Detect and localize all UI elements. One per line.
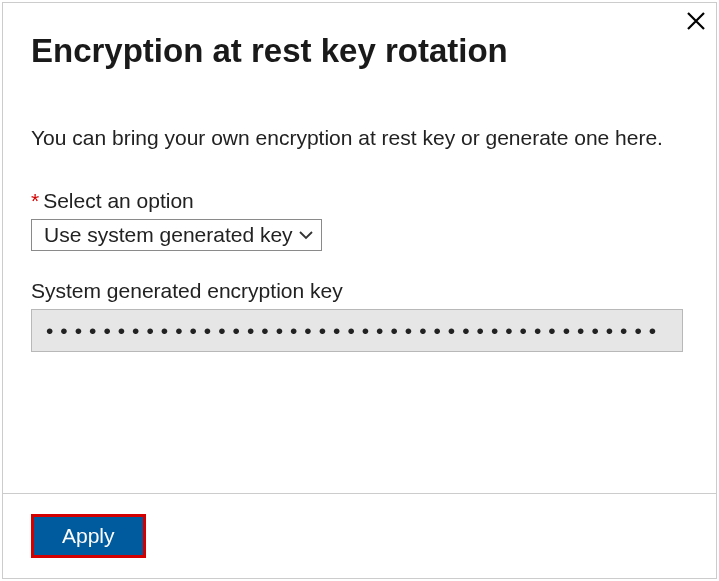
key-display: ••••••••••••••••••••••••••••••••••••••••… bbox=[31, 309, 683, 352]
close-icon[interactable] bbox=[686, 9, 706, 35]
panel-content: Encryption at rest key rotation You can … bbox=[3, 3, 716, 493]
key-rotation-panel: Encryption at rest key rotation You can … bbox=[2, 2, 717, 579]
panel-description: You can bring your own encryption at res… bbox=[31, 123, 688, 153]
required-marker: * bbox=[31, 189, 39, 212]
option-field: *Select an option Use system generated k… bbox=[31, 189, 688, 251]
key-field: System generated encryption key ••••••••… bbox=[31, 279, 688, 352]
chevron-down-icon bbox=[299, 226, 313, 244]
key-label: System generated encryption key bbox=[31, 279, 688, 303]
option-label: Select an option bbox=[43, 189, 194, 212]
option-label-row: *Select an option bbox=[31, 189, 688, 213]
panel-footer: Apply bbox=[3, 493, 716, 578]
apply-button[interactable]: Apply bbox=[31, 514, 146, 558]
option-select-value: Use system generated key bbox=[44, 223, 293, 247]
option-select[interactable]: Use system generated key bbox=[31, 219, 322, 251]
panel-title: Encryption at rest key rotation bbox=[31, 31, 688, 71]
